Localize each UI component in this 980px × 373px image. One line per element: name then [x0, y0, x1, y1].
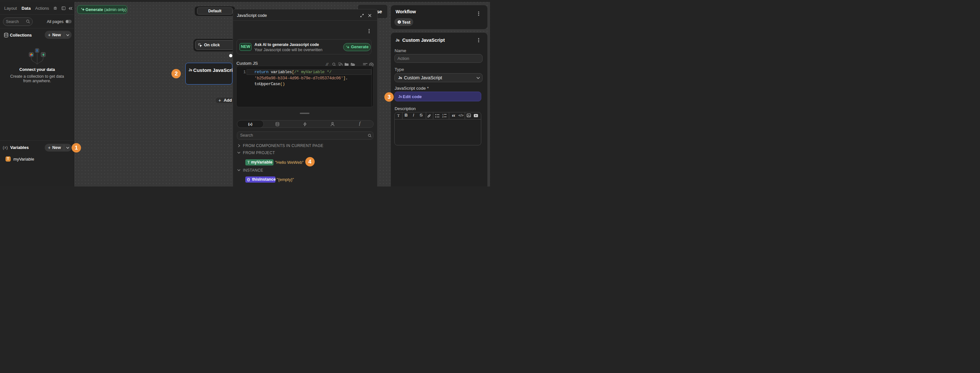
svg-text:1: 1	[442, 114, 444, 116]
svg-text:2: 2	[442, 116, 444, 118]
